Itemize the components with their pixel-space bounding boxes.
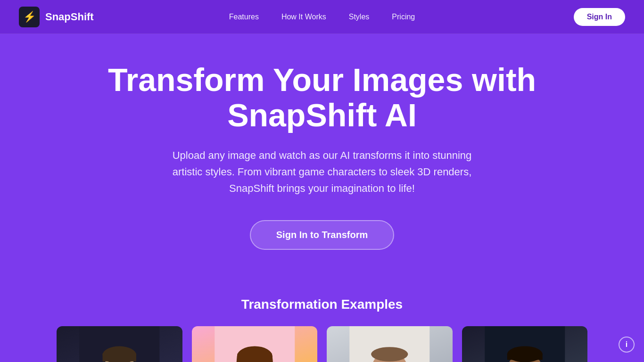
- hero-subheading: Upload any image and watch as our AI tra…: [162, 147, 482, 197]
- brand-name: SnapShift: [45, 11, 94, 23]
- portrait-1: [57, 326, 182, 362]
- example-card-4[interactable]: Hover to see: [462, 326, 588, 362]
- nav-link-pricing[interactable]: Pricing: [392, 13, 415, 21]
- cards-grid: Hover to see: [57, 326, 587, 362]
- nav-link-styles[interactable]: Styles: [349, 13, 370, 21]
- info-button[interactable]: i: [619, 337, 635, 353]
- sign-in-button[interactable]: Sign In: [574, 8, 625, 26]
- portrait-2: [192, 326, 318, 362]
- example-card-3[interactable]: Hover to see: [327, 326, 453, 362]
- logo-icon: ⚡: [19, 7, 40, 27]
- portrait-4: [462, 326, 588, 362]
- svg-point-29: [371, 347, 408, 362]
- hero-cta-button[interactable]: Sign In to Transform: [250, 220, 394, 250]
- hero-section: Transform Your Images with SnapShift AI …: [0, 34, 644, 273]
- hero-heading: Transform Your Images with SnapShift AI: [63, 62, 581, 133]
- portrait-3: [327, 326, 453, 362]
- nav-brand: ⚡ SnapShift: [19, 7, 94, 27]
- examples-title: Transformation Examples: [57, 297, 587, 312]
- examples-section: Transformation Examples: [0, 273, 644, 362]
- svg-rect-41: [507, 354, 542, 360]
- navbar: ⚡ SnapShift Features How It Works Styles…: [0, 0, 644, 34]
- nav-link-how-it-works[interactable]: How It Works: [281, 13, 326, 21]
- example-card-2[interactable]: Hover to see: [192, 326, 318, 362]
- example-card-1[interactable]: Hover to see: [57, 326, 182, 362]
- svg-rect-5: [103, 354, 136, 362]
- nav-links: Features How It Works Styles Pricing: [229, 13, 415, 21]
- nav-link-features[interactable]: Features: [229, 13, 259, 21]
- logo-emoji: ⚡: [23, 11, 36, 23]
